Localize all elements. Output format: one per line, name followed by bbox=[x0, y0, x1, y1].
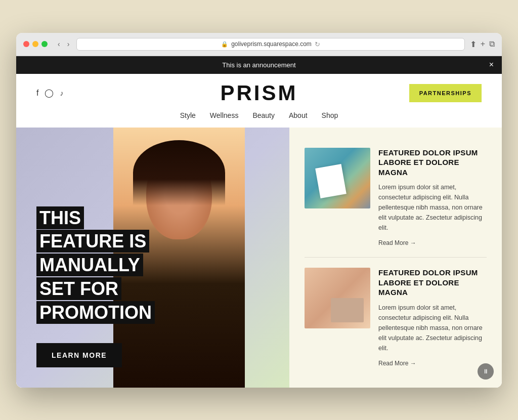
browser-chrome: ‹ › 🔒 goliveprism.squarespace.com ↻ ⬆ + … bbox=[16, 33, 502, 56]
nav-wellness[interactable]: Wellness bbox=[210, 111, 239, 119]
tabs-icon[interactable]: ⧉ bbox=[489, 39, 495, 49]
browser-nav-controls: ‹ › bbox=[56, 39, 71, 49]
learn-more-button[interactable]: LEARN MORE bbox=[36, 343, 122, 367]
browser-window: ‹ › 🔒 goliveprism.squarespace.com ↻ ⬆ + … bbox=[16, 33, 502, 388]
browser-action-icons: ⬆ + ⧉ bbox=[470, 39, 495, 49]
article-content-2: FEATURED DOLOR IPSUM LABORE ET DOLORE MA… bbox=[378, 268, 487, 367]
new-tab-icon[interactable]: + bbox=[481, 39, 485, 49]
announcement-text: This is an announcement bbox=[222, 61, 295, 69]
website-content: This is an announcement × f ◯ ♪ PRISM PA… bbox=[16, 56, 502, 388]
minimize-traffic-light[interactable] bbox=[32, 41, 38, 47]
facebook-icon[interactable]: f bbox=[36, 89, 38, 98]
article-thumbnail-2 bbox=[305, 268, 370, 328]
article-title-2[interactable]: FEATURED DOLOR IPSUM LABORE ET DOLORE MA… bbox=[378, 268, 487, 298]
nav-shop[interactable]: Shop bbox=[322, 111, 338, 119]
instagram-icon[interactable]: ◯ bbox=[45, 88, 54, 98]
read-more-link-2[interactable]: Read More → bbox=[378, 360, 416, 367]
announcement-close-button[interactable]: × bbox=[489, 61, 494, 69]
hero-section: THISFEATURE ISMANUALLYSET FORPROMOTION L… bbox=[16, 128, 502, 388]
article-thumbnail-1 bbox=[305, 148, 370, 208]
social-icons: f ◯ ♪ bbox=[36, 88, 63, 98]
hero-wrapper: THISFEATURE ISMANUALLYSET FORPROMOTION L… bbox=[16, 128, 502, 388]
nav-style[interactable]: Style bbox=[180, 111, 196, 119]
site-header: f ◯ ♪ PRISM PARTNERSHIPS bbox=[16, 74, 502, 107]
nav-beauty[interactable]: Beauty bbox=[252, 111, 275, 119]
site-navigation: Style Wellness Beauty About Shop bbox=[16, 107, 502, 128]
address-bar[interactable]: 🔒 goliveprism.squarespace.com ↻ bbox=[76, 38, 464, 51]
close-traffic-light[interactable] bbox=[23, 41, 29, 47]
hero-headline: THISFEATURE ISMANUALLYSET FORPROMOTION bbox=[36, 206, 155, 324]
nav-about[interactable]: About bbox=[289, 111, 308, 119]
article-title-1[interactable]: FEATURED DOLOR IPSUM LABORE ET DOLORE MA… bbox=[378, 148, 487, 178]
lock-icon: 🔒 bbox=[221, 41, 228, 48]
maximize-traffic-light[interactable] bbox=[41, 41, 48, 47]
article-image-2 bbox=[305, 268, 370, 328]
tiktok-icon[interactable]: ♪ bbox=[60, 89, 63, 97]
back-button[interactable]: ‹ bbox=[56, 39, 62, 49]
read-more-link-1[interactable]: Read More → bbox=[378, 239, 416, 246]
article-image-1 bbox=[305, 148, 370, 208]
forward-button[interactable]: › bbox=[65, 39, 72, 49]
article-card: FEATURED DOLOR IPSUM LABORE ET DOLORE MA… bbox=[305, 138, 487, 258]
announcement-bar: This is an announcement × bbox=[16, 56, 502, 74]
refresh-icon: ↻ bbox=[315, 40, 320, 48]
partnerships-button[interactable]: PARTNERSHIPS bbox=[409, 84, 482, 102]
pause-icon: ⏸ bbox=[483, 368, 489, 375]
featured-articles-panel: FEATURED DOLOR IPSUM LABORE ET DOLORE MA… bbox=[289, 128, 502, 388]
article-excerpt-1: Lorem ipsum dolor sit amet, consectetur … bbox=[378, 182, 487, 233]
hero-headline-wrapper: THISFEATURE ISMANUALLYSET FORPROMOTION bbox=[36, 206, 155, 325]
share-icon[interactable]: ⬆ bbox=[470, 39, 477, 49]
article-content-1: FEATURED DOLOR IPSUM LABORE ET DOLORE MA… bbox=[378, 148, 487, 247]
url-text: goliveprism.squarespace.com bbox=[231, 40, 312, 48]
hero-left-panel: THISFEATURE ISMANUALLYSET FORPROMOTION L… bbox=[16, 128, 289, 388]
site-logo[interactable]: PRISM bbox=[220, 81, 297, 105]
hero-text-block: THISFEATURE ISMANUALLYSET FORPROMOTION L… bbox=[36, 206, 155, 367]
pause-button[interactable]: ⏸ bbox=[478, 363, 494, 380]
traffic-lights bbox=[23, 41, 48, 47]
article-card-2: FEATURED DOLOR IPSUM LABORE ET DOLORE MA… bbox=[305, 258, 487, 377]
article-excerpt-2: Lorem ipsum dolor sit amet, consectetur … bbox=[378, 303, 487, 353]
